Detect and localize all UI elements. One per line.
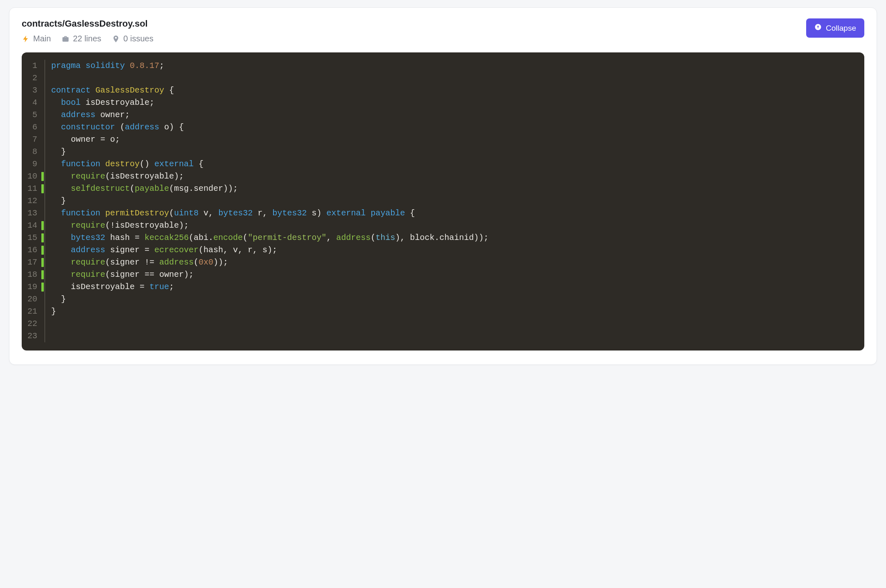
meta-row: Main 22 lines 0 issues [22, 34, 154, 43]
line-number: 16 [22, 244, 41, 256]
gutter-divider [45, 72, 50, 84]
line-number: 12 [22, 195, 41, 207]
code-content: require(signer != address(0x0)); [50, 256, 488, 269]
meta-main-label: Main [33, 34, 51, 43]
code-content: address owner; [50, 109, 488, 121]
line-number: 18 [22, 269, 41, 281]
code-content: pragma solidity 0.8.17; [50, 60, 488, 72]
code-line: 22 [22, 318, 488, 330]
gutter-divider [45, 97, 50, 109]
code-line: 23 [22, 330, 488, 342]
code-line: 1pragma solidity 0.8.17; [22, 60, 488, 72]
meta-lines-label: 22 lines [73, 34, 101, 43]
code-content: address signer = ecrecover(hash, v, r, s… [50, 244, 488, 256]
code-content [50, 318, 488, 330]
line-number: 23 [22, 330, 41, 342]
line-number: 7 [22, 133, 41, 146]
coverage-marker [41, 256, 45, 269]
coverage-marker [41, 170, 45, 183]
code-content: bool isDestroyable; [50, 97, 488, 109]
coverage-marker [41, 318, 45, 330]
coverage-marker [41, 281, 45, 293]
gutter-divider [45, 330, 50, 342]
meta-issues: 0 issues [112, 34, 153, 43]
coverage-marker [41, 269, 45, 281]
gutter-divider [45, 219, 50, 232]
gutter-divider [45, 109, 50, 121]
line-number: 3 [22, 84, 41, 97]
coverage-marker [41, 219, 45, 232]
gutter-divider [45, 281, 50, 293]
code-block: 1pragma solidity 0.8.17;23contract Gasle… [22, 52, 864, 351]
line-number: 8 [22, 146, 41, 158]
line-number: 17 [22, 256, 41, 269]
code-line: 5 address owner; [22, 109, 488, 121]
code-content: } [50, 195, 488, 207]
line-number: 19 [22, 281, 41, 293]
coverage-marker [41, 109, 45, 121]
gutter-divider [45, 60, 50, 72]
line-number: 20 [22, 293, 41, 305]
line-number: 10 [22, 170, 41, 183]
line-number: 2 [22, 72, 41, 84]
line-number: 11 [22, 183, 41, 195]
coverage-marker [41, 158, 45, 170]
code-line: 13 function permitDestroy(uint8 v, bytes… [22, 207, 488, 219]
code-line: 10 require(isDestroyable); [22, 170, 488, 183]
code-content: contract GaslessDestroy { [50, 84, 488, 97]
coverage-marker [41, 97, 45, 109]
collapse-button[interactable]: Collapse [806, 18, 864, 38]
line-number: 4 [22, 97, 41, 109]
code-content: require(!isDestroyable); [50, 219, 488, 232]
line-number: 15 [22, 232, 41, 244]
line-number: 6 [22, 121, 41, 133]
line-number: 5 [22, 109, 41, 121]
gutter-divider [45, 183, 50, 195]
code-line: 12 } [22, 195, 488, 207]
coverage-marker [41, 232, 45, 244]
gutter-divider [45, 84, 50, 97]
coverage-marker [41, 72, 45, 84]
line-number: 13 [22, 207, 41, 219]
arrow-up-circle-icon [814, 23, 822, 33]
code-content: bytes32 hash = keccak256(abi.encode("per… [50, 232, 488, 244]
header-row: contracts/GaslessDestroy.sol Main 22 lin… [22, 18, 864, 52]
code-line: 6 constructor (address o) { [22, 121, 488, 133]
code-line: 3contract GaslessDestroy { [22, 84, 488, 97]
code-content: } [50, 305, 488, 318]
coverage-marker [41, 195, 45, 207]
coverage-marker [41, 133, 45, 146]
coverage-marker [41, 146, 45, 158]
code-line: 4 bool isDestroyable; [22, 97, 488, 109]
coverage-marker [41, 60, 45, 72]
gutter-divider [45, 146, 50, 158]
code-line: 8 } [22, 146, 488, 158]
pin-icon [112, 35, 120, 43]
file-path: contracts/GaslessDestroy.sol [22, 18, 154, 29]
code-content: require(isDestroyable); [50, 170, 488, 183]
collapse-button-label: Collapse [826, 24, 856, 33]
code-content [50, 72, 488, 84]
line-number: 14 [22, 219, 41, 232]
gutter-divider [45, 121, 50, 133]
gutter-divider [45, 195, 50, 207]
code-line: 20 } [22, 293, 488, 305]
code-line: 19 isDestroyable = true; [22, 281, 488, 293]
code-line: 11 selfdestruct(payable(msg.sender)); [22, 183, 488, 195]
code-table: 1pragma solidity 0.8.17;23contract Gasle… [22, 60, 488, 342]
code-content: constructor (address o) { [50, 121, 488, 133]
code-line: 15 bytes32 hash = keccak256(abi.encode("… [22, 232, 488, 244]
meta-issues-label: 0 issues [123, 34, 153, 43]
code-content: function permitDestroy(uint8 v, bytes32 … [50, 207, 488, 219]
code-content: selfdestruct(payable(msg.sender)); [50, 183, 488, 195]
coverage-marker [41, 293, 45, 305]
line-number: 22 [22, 318, 41, 330]
code-line: 2 [22, 72, 488, 84]
code-line: 18 require(signer == owner); [22, 269, 488, 281]
gutter-divider [45, 232, 50, 244]
gutter-divider [45, 244, 50, 256]
code-line: 17 require(signer != address(0x0)); [22, 256, 488, 269]
code-content: function destroy() external { [50, 158, 488, 170]
bolt-icon [22, 35, 30, 43]
gutter-divider [45, 318, 50, 330]
